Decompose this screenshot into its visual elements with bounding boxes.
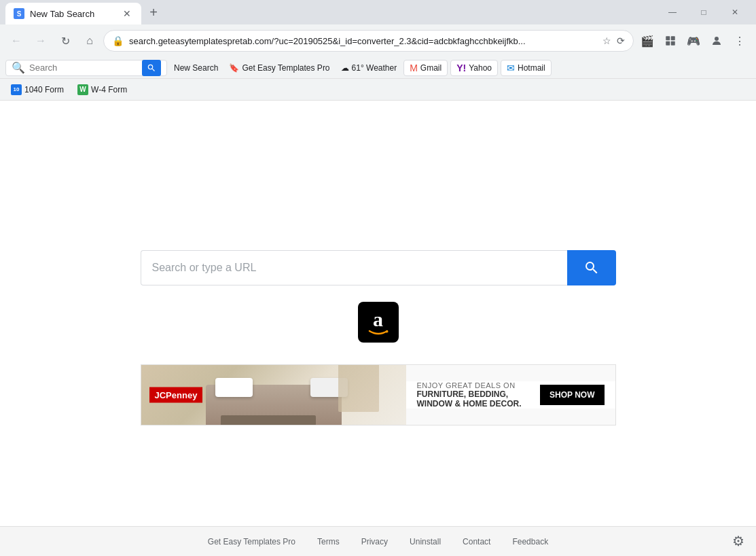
footer-feedback[interactable]: Feedback xyxy=(512,537,548,546)
main-search-button[interactable] xyxy=(567,250,616,285)
search-input[interactable] xyxy=(29,63,138,73)
gmail-bookmark[interactable]: M Gmail xyxy=(403,60,448,76)
address-text: search.geteasytemplatespretab.com/?uc=20… xyxy=(129,36,597,46)
settings-gear-icon[interactable]: ⚙ xyxy=(729,532,748,551)
main-search-input[interactable] xyxy=(141,250,567,285)
yahoo-label: Yahoo xyxy=(469,63,492,73)
search-icon: 🔍 xyxy=(12,61,25,74)
weather-icon: ☁ xyxy=(341,63,349,73)
svg-rect-1 xyxy=(671,36,675,40)
gmail-icon: M xyxy=(410,63,418,73)
center-search xyxy=(141,250,616,285)
ad-right-content: ENJOY GREAT DEALS ON FURNITURE, BEDDING,… xyxy=(406,381,615,409)
yahoo-bookmark[interactable]: Y! Yahoo xyxy=(450,60,498,76)
bookmark-star-icon[interactable]: ☆ xyxy=(602,35,611,46)
back-button[interactable]: ← xyxy=(5,30,27,52)
weather-bookmark[interactable]: ☁ 61° Weather xyxy=(337,62,401,74)
new-search-label: New Search xyxy=(174,63,218,73)
footer-uninstall[interactable]: Uninstall xyxy=(410,537,441,546)
get-easy-icon: 🔖 xyxy=(229,63,239,73)
1040-form-bookmark[interactable]: 10 1040 Form xyxy=(5,83,69,97)
svg-rect-0 xyxy=(666,36,670,40)
gmail-label: Gmail xyxy=(420,63,442,73)
hotmail-icon: ✉ xyxy=(507,63,515,73)
title-bar: S New Tab Search ✕ + — □ ✕ xyxy=(0,0,756,24)
svg-rect-2 xyxy=(666,41,670,46)
refresh-button[interactable]: ↻ xyxy=(54,30,76,52)
footer-terms[interactable]: Terms xyxy=(317,537,340,546)
yahoo-icon: Y! xyxy=(456,63,466,73)
get-easy-label: Get Easy Templates Pro xyxy=(242,63,329,73)
footer-privacy[interactable]: Privacy xyxy=(361,537,388,546)
forward-button[interactable]: → xyxy=(30,30,52,52)
1040-form-label: 1040 Form xyxy=(24,85,64,94)
lock-icon: 🔒 xyxy=(112,35,124,46)
close-button[interactable]: ✕ xyxy=(719,0,751,24)
filmstrip-icon[interactable]: 🎬 xyxy=(636,30,658,52)
new-tab-button[interactable]: + xyxy=(144,3,163,22)
minimize-button[interactable]: — xyxy=(657,0,688,24)
get-easy-templates-bookmark[interactable]: 🔖 Get Easy Templates Pro xyxy=(225,62,334,74)
tab-title: New Tab Search xyxy=(30,9,94,19)
tab-close-button[interactable]: ✕ xyxy=(121,7,133,20)
maximize-button[interactable]: □ xyxy=(688,0,719,24)
tab-favicon: S xyxy=(14,8,24,19)
address-bar[interactable]: 🔒 search.geteasytemplatespretab.com/?uc=… xyxy=(103,30,634,52)
profile-icon[interactable] xyxy=(706,30,727,52)
w4-form-bookmark[interactable]: W W-4 Form xyxy=(72,83,132,97)
home-button[interactable]: ⌂ xyxy=(79,30,101,52)
w4-form-label: W-4 Form xyxy=(91,85,127,94)
bookmarks-bar: 🔍 New Search 🔖 Get Easy Templates Pro ☁ … xyxy=(0,57,756,79)
game-icon[interactable]: 🎮 xyxy=(683,30,704,52)
hotmail-bookmark[interactable]: ✉ Hotmail xyxy=(501,60,552,76)
second-bookmarks-bar: 10 1040 Form W W-4 Form xyxy=(0,79,756,101)
jcpenney-label: JCPenney xyxy=(149,387,203,403)
amazon-icon: a xyxy=(358,302,399,343)
search-submit-button[interactable] xyxy=(142,60,161,76)
page-content: a JCPenney xyxy=(0,101,756,508)
amazon-shortcut[interactable]: a xyxy=(358,302,399,343)
active-tab[interactable]: S New Tab Search ✕ xyxy=(5,3,141,24)
1040-form-icon: 10 xyxy=(11,84,22,95)
w4-form-icon: W xyxy=(77,84,88,95)
shortcut-icons: a xyxy=(358,302,399,343)
footer-contact[interactable]: Contact xyxy=(463,537,490,546)
search-box[interactable]: 🔍 xyxy=(5,60,167,76)
ad-image-left: JCPenney xyxy=(141,364,406,425)
footer-get-easy-templates[interactable]: Get Easy Templates Pro xyxy=(208,537,295,546)
hotmail-label: Hotmail xyxy=(518,63,545,73)
ad-banner: JCPenney ENJOY GREAT DEALS ON FURNITURE,… xyxy=(141,364,616,425)
reload-icon[interactable]: ⟳ xyxy=(617,35,625,46)
extensions-icon[interactable] xyxy=(660,30,681,52)
page-footer: Get Easy Templates Pro Terms Privacy Uni… xyxy=(0,526,756,556)
window-controls: — □ ✕ xyxy=(657,0,751,24)
ad-deals-text: FURNITURE, BEDDING, WINDOW & HOME DECOR. xyxy=(417,389,533,409)
menu-icon[interactable]: ⋮ xyxy=(729,30,751,52)
shop-now-button[interactable]: SHOP NOW xyxy=(540,385,604,405)
toolbar-icons: 🎬 🎮 ⋮ xyxy=(636,30,751,52)
address-bar-row: ← → ↻ ⌂ 🔒 search.geteasytemplatespretab.… xyxy=(0,24,756,57)
svg-rect-3 xyxy=(671,41,675,46)
ad-text: ENJOY GREAT DEALS ON FURNITURE, BEDDING,… xyxy=(417,381,533,409)
svg-point-4 xyxy=(715,37,719,41)
new-search-bookmark[interactable]: New Search xyxy=(170,62,222,74)
weather-label: 61° Weather xyxy=(352,63,397,73)
ad-enjoy-text: ENJOY GREAT DEALS ON xyxy=(417,381,533,389)
